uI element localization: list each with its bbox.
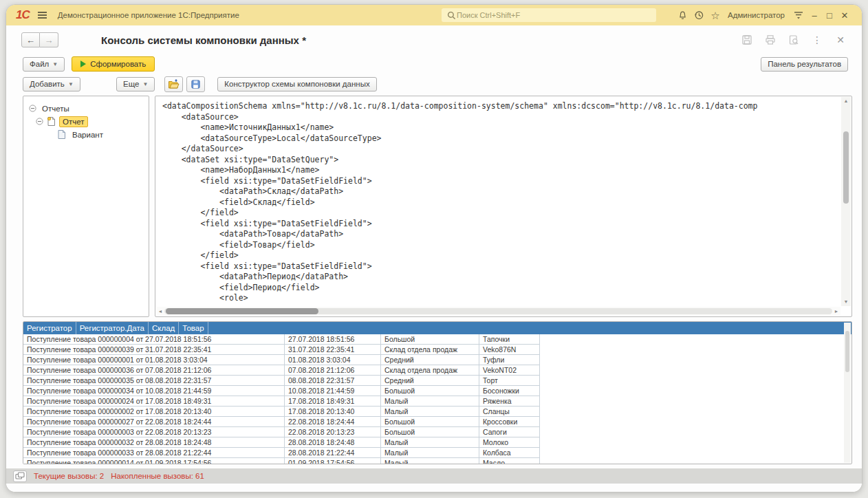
add-label: Добавить <box>30 80 65 88</box>
scroll-left-icon[interactable]: ◄ <box>156 309 164 314</box>
cell-tovar: VekoNT02 <box>479 365 540 376</box>
table-vertical-scrollbar[interactable] <box>844 323 851 463</box>
vertical-scroll-thumb[interactable] <box>843 131 849 204</box>
column-header[interactable]: Регистратор.Дата <box>76 322 149 334</box>
table-row[interactable]: Поступление товара 000000002 от 17.08.20… <box>23 407 851 417</box>
horizontal-scroll-thumb[interactable] <box>166 308 318 314</box>
xml-line: <role> <box>162 293 841 304</box>
current-user[interactable]: Администратор <box>728 11 785 19</box>
cell-registrator-date: 27.07.2018 18:51:56 <box>285 334 381 345</box>
xml-line: <dataPath>Склад</dataPath> <box>162 186 841 197</box>
tree-item-reports[interactable]: Отчеты <box>26 102 146 115</box>
table-row[interactable]: Поступление товара 000000034 от 10.08.20… <box>23 386 851 396</box>
results-panel-button[interactable]: Панель результатов <box>761 57 848 72</box>
cell-tovar: Сапоги <box>479 427 540 437</box>
schema-constructor-button[interactable]: Конструктор схемы компоновки данных <box>217 77 376 91</box>
page-title: Консоль системы компоновки данных * <box>101 34 306 46</box>
table-row[interactable]: Поступление товара 000000036 от 07.08.20… <box>23 365 851 376</box>
file-menu-button[interactable]: Файл▼ <box>23 57 65 72</box>
table-row[interactable]: Поступление товара 000000014 от 01.09.20… <box>23 458 851 464</box>
add-button[interactable]: Добавить▼ <box>23 77 80 91</box>
tree-item-report[interactable]: Отчет <box>33 115 146 128</box>
editor-horizontal-scrollbar[interactable]: ◄ ► <box>156 307 840 316</box>
table-row[interactable]: Поступление товара 000000033 от 28.08.20… <box>23 448 851 458</box>
preview-icon[interactable] <box>785 32 803 48</box>
chevron-down-icon: ▼ <box>68 81 74 87</box>
more-button[interactable]: Еще▼ <box>116 77 155 91</box>
cell-tovar: Сланцы <box>479 407 540 417</box>
xml-line: <dataPath>Период</dataPath> <box>162 272 841 283</box>
scroll-up-icon[interactable]: ▲ <box>844 97 849 105</box>
table-row[interactable]: Поступление товара 000000032 от 28.08.20… <box>23 437 851 448</box>
play-icon <box>80 61 86 67</box>
close-page-icon[interactable]: ✕ <box>832 32 849 48</box>
cell-sklad: Малый <box>381 437 479 448</box>
cell-sklad: Большой <box>381 427 479 437</box>
table-row[interactable]: Поступление товара 000000004 от 27.07.20… <box>23 334 851 345</box>
table-scroll-thumb[interactable] <box>845 331 849 372</box>
horizontal-scroll-track[interactable] <box>164 308 832 314</box>
minimize-button[interactable]: – <box>807 10 822 21</box>
collapse-icon[interactable] <box>36 118 43 125</box>
cell-registrator-date: 17.08.2018 18:49:31 <box>285 396 381 407</box>
scroll-right-icon[interactable]: ► <box>832 309 840 314</box>
print-icon[interactable] <box>761 32 779 48</box>
xml-line: <field>Товар</field> <box>162 240 841 251</box>
search-icon <box>446 10 457 21</box>
cell-sklad: Малый <box>381 448 479 458</box>
cell-tovar: Тапочки <box>479 334 540 345</box>
maximize-button[interactable]: □ <box>822 10 837 21</box>
cell-registrator-date: 17.08.2018 20:13:40 <box>285 407 381 417</box>
reports-tree[interactable]: Отчеты Отчет Вариант <box>23 96 149 317</box>
cell-tovar: Босоножки <box>479 386 540 396</box>
column-header[interactable]: Склад <box>149 322 179 334</box>
more-kebab-icon[interactable]: ⋮ <box>808 32 826 48</box>
main-menu-icon[interactable] <box>38 12 47 19</box>
app-title: Демонстрационное приложение 1С:Предприят… <box>58 11 239 19</box>
generate-button[interactable]: Сформировать <box>72 56 155 72</box>
cell-tovar: Колбаса <box>479 448 540 458</box>
collapse-icon[interactable] <box>29 105 36 112</box>
cell-tovar: Кроссовки <box>479 417 540 427</box>
close-window-button[interactable]: ✕ <box>837 10 852 21</box>
xml-editor[interactable]: <dataCompositionSchema xmlns="http://v8.… <box>155 96 841 307</box>
open-file-button[interactable] <box>164 76 183 92</box>
save-icon[interactable] <box>738 32 756 48</box>
back-button[interactable]: ← <box>21 32 40 47</box>
cell-registrator: Поступление товара 000000014 от 01.09.20… <box>23 458 285 464</box>
cell-registrator: Поступление товара 000000033 от 28.08.20… <box>23 448 285 458</box>
table-row[interactable]: Поступление товара 000000003 от 22.08.20… <box>23 427 851 437</box>
tree-item-reports-label[interactable]: Отчеты <box>39 104 72 113</box>
global-search[interactable] <box>442 8 656 22</box>
calls-monitor-icon[interactable] <box>13 470 27 482</box>
tree-item-variant-label[interactable]: Вариант <box>69 130 106 140</box>
table-row[interactable]: Поступление товара 000000039 от 31.07.20… <box>23 345 851 355</box>
tree-item-variant[interactable]: Вариант <box>56 128 146 141</box>
1c-logo[interactable]: 1С <box>16 8 30 22</box>
forward-button[interactable]: → <box>40 32 58 47</box>
cell-registrator-date: 28.08.2018 18:24:48 <box>285 437 381 448</box>
favorites-star-icon[interactable]: ☆ <box>707 8 724 23</box>
functions-menu-icon[interactable] <box>790 8 807 23</box>
table-row[interactable]: Поступление товара 000000035 от 08.08.20… <box>23 376 851 386</box>
report-doc-icon <box>46 116 56 127</box>
notifications-bell-icon[interactable] <box>674 8 691 23</box>
results-panel-label: Панель результатов <box>768 60 841 68</box>
tree-item-report-label[interactable]: Отчет <box>59 116 88 127</box>
xml-line: <dataSourceType>Local</dataSourceType> <box>162 133 841 144</box>
editor-vertical-scrollbar[interactable]: ▲ ▼ <box>841 97 851 306</box>
table-row[interactable]: Поступление товара 000000001 от 01.08.20… <box>23 355 851 365</box>
scroll-down-icon[interactable]: ▼ <box>844 298 849 306</box>
cell-registrator-date: 08.08.2018 22:31:57 <box>285 376 381 386</box>
column-header[interactable]: Регистратор <box>23 322 76 334</box>
save-file-button[interactable] <box>186 76 205 92</box>
table-row[interactable]: Поступление товара 000000027 от 22.08.20… <box>23 417 851 427</box>
table-row[interactable]: Поступление товара 000000024 от 17.08.20… <box>23 396 851 407</box>
schema-constructor-label: Конструктор схемы компоновки данных <box>224 80 369 88</box>
cell-tovar: Масло <box>479 458 540 464</box>
column-header[interactable]: Товар <box>179 322 208 334</box>
file-menu-label: Файл <box>30 60 49 68</box>
status-bar: Текущие вызовы: 2 Накопленные вызовы: 61 <box>6 468 862 484</box>
search-input[interactable] <box>457 11 652 19</box>
history-icon[interactable] <box>691 8 707 23</box>
